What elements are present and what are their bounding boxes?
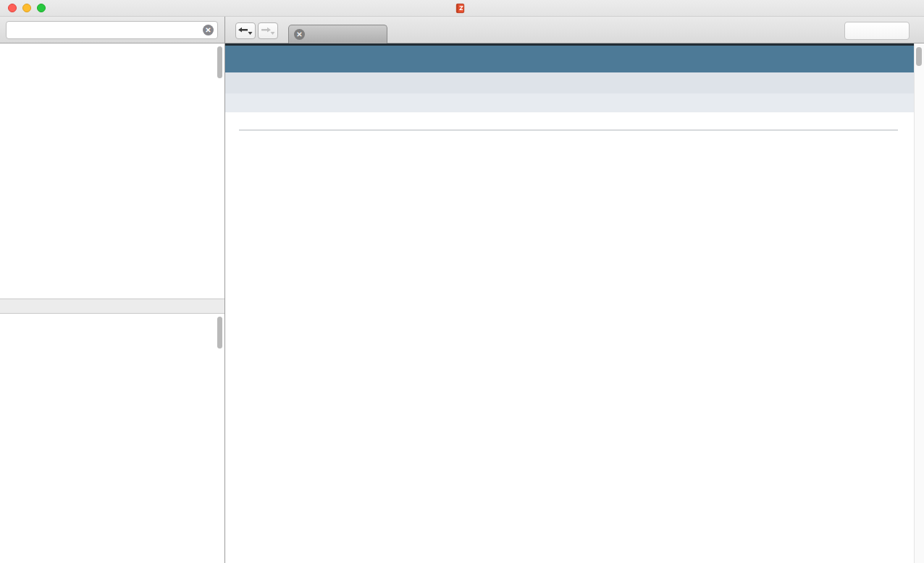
content-scrollbar-track[interactable] bbox=[914, 43, 924, 563]
zeal-window: ✕ ✕ bbox=[0, 0, 924, 563]
forward-arrow-icon bbox=[260, 27, 276, 36]
sidebar-scrollbar-top[interactable] bbox=[217, 46, 222, 78]
back-button[interactable] bbox=[235, 22, 256, 39]
titlebar bbox=[0, 0, 924, 17]
forward-button[interactable] bbox=[258, 22, 278, 39]
search-input[interactable] bbox=[6, 21, 218, 39]
see-also-list bbox=[0, 314, 224, 563]
search-results-list bbox=[0, 43, 224, 299]
sidebar bbox=[0, 43, 224, 563]
content-scrollbar-thumb[interactable] bbox=[916, 47, 922, 66]
close-window-button[interactable] bbox=[8, 4, 17, 12]
docnav-bar bbox=[225, 43, 914, 72]
toolbar: ✕ ✕ bbox=[0, 17, 924, 43]
zoom-window-button[interactable] bbox=[37, 4, 46, 12]
back-arrow-icon bbox=[238, 27, 253, 36]
clear-search-icon[interactable]: ✕ bbox=[203, 25, 214, 36]
see-also-header bbox=[0, 299, 224, 314]
subnav-row bbox=[225, 72, 914, 93]
tab-close-icon[interactable]: ✕ bbox=[294, 29, 305, 40]
sidebar-scrollbar-bottom[interactable] bbox=[217, 317, 222, 349]
tab-string[interactable]: ✕ bbox=[288, 25, 387, 43]
open-url-button[interactable] bbox=[844, 22, 910, 40]
doc-content bbox=[225, 43, 924, 563]
section-divider bbox=[239, 130, 898, 130]
sidebar-divider bbox=[224, 17, 225, 563]
minimize-window-button[interactable] bbox=[22, 4, 31, 12]
window-controls bbox=[8, 4, 46, 12]
doc-body bbox=[225, 112, 914, 563]
zeal-app-icon bbox=[455, 3, 466, 14]
summary-detail-row bbox=[225, 93, 914, 112]
main-area bbox=[0, 43, 924, 563]
search-field: ✕ bbox=[6, 21, 218, 39]
